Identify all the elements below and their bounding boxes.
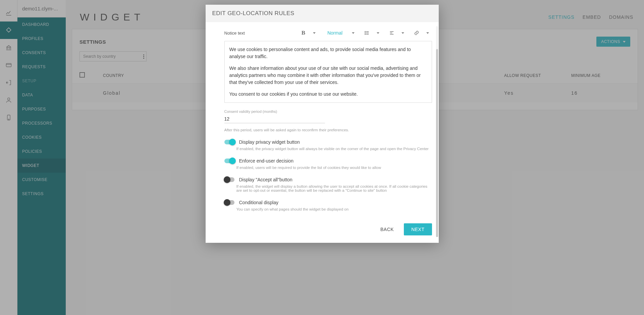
toggle-enforce-label: Enforce end-user decision bbox=[239, 158, 294, 164]
chevron-down-icon bbox=[352, 32, 355, 34]
toggle-privacy[interactable] bbox=[224, 140, 234, 144]
modal-title: EDIT GEO-LOCATION RULES bbox=[206, 5, 439, 22]
scrollbar-thumb[interactable] bbox=[436, 49, 438, 237]
align-button[interactable] bbox=[387, 29, 396, 37]
toggle-acceptall-desc: If enabled, the widget will display a bu… bbox=[236, 184, 432, 192]
toggle-privacy-desc: If enabled, the privacy widget button wi… bbox=[236, 147, 432, 151]
toggle-enforce-desc: If enabled, users will be required to pr… bbox=[236, 166, 432, 170]
svg-point-5 bbox=[365, 33, 365, 33]
toggle-privacy-label: Display privacy widget button bbox=[239, 139, 300, 145]
notice-label: Notice text bbox=[224, 31, 245, 36]
toggle-enforce[interactable] bbox=[224, 159, 234, 163]
link-dropdown[interactable] bbox=[423, 31, 432, 35]
next-button[interactable]: NEXT bbox=[404, 223, 432, 235]
validity-label: Consent validity period (months) bbox=[224, 109, 432, 114]
validity-input[interactable] bbox=[224, 115, 325, 123]
toggle-acceptall-label: Display "Accept all"button bbox=[239, 177, 292, 182]
svg-point-4 bbox=[365, 31, 365, 32]
toggle-conditional-desc: You can specify on what pages should the… bbox=[236, 207, 432, 211]
notice-paragraph: We use cookies to personalise content an… bbox=[229, 46, 427, 60]
chevron-down-icon bbox=[313, 32, 316, 34]
format-dropdown[interactable] bbox=[349, 31, 358, 35]
list-dropdown[interactable] bbox=[374, 31, 382, 35]
link-button[interactable] bbox=[412, 29, 421, 37]
align-dropdown[interactable] bbox=[398, 31, 407, 35]
modal-footer: BACK NEXT bbox=[206, 216, 439, 243]
format-select[interactable]: Normal bbox=[323, 29, 347, 37]
chevron-down-icon bbox=[377, 32, 379, 34]
chevron-down-icon bbox=[426, 32, 429, 34]
chevron-down-icon bbox=[401, 32, 404, 34]
notice-paragraph: You consent to our cookies if you contin… bbox=[229, 91, 427, 98]
modal-overlay: EDIT GEO-LOCATION RULES Notice text B No… bbox=[0, 0, 644, 315]
modal-body: Notice text B Normal We use cooki bbox=[206, 22, 439, 216]
toggle-acceptall[interactable] bbox=[224, 177, 234, 182]
toggle-conditional-label: Conditional display bbox=[239, 200, 279, 205]
back-button[interactable]: BACK bbox=[376, 223, 398, 235]
notice-paragraph: We also share information about your use… bbox=[229, 65, 427, 86]
toggle-conditional[interactable] bbox=[224, 200, 234, 205]
svg-point-6 bbox=[365, 34, 365, 35]
bold-button[interactable]: B bbox=[299, 28, 308, 38]
list-button[interactable] bbox=[362, 29, 372, 37]
edit-geo-rules-modal: EDIT GEO-LOCATION RULES Notice text B No… bbox=[206, 5, 439, 243]
notice-text-editor[interactable]: We use cookies to personalise content an… bbox=[224, 41, 432, 103]
rte-toolbar: Notice text B Normal bbox=[224, 28, 432, 38]
validity-help: After this period, users will be asked a… bbox=[224, 128, 432, 132]
bold-dropdown[interactable] bbox=[310, 31, 319, 35]
